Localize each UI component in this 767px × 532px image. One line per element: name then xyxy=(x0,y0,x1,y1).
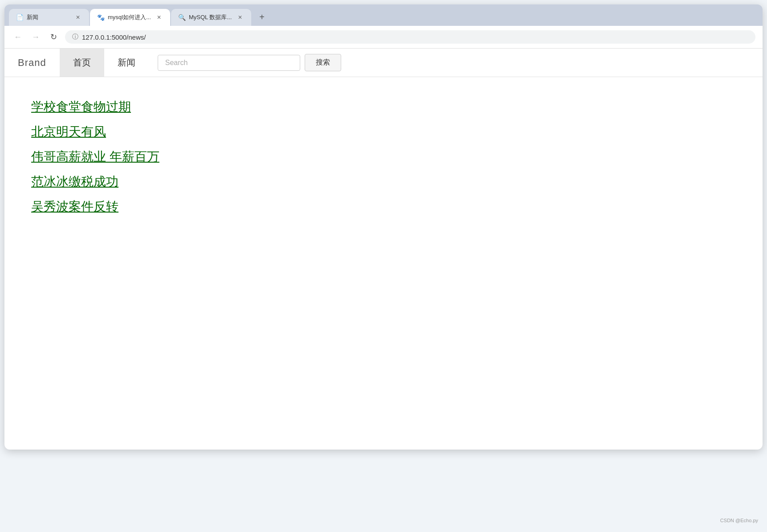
news-link-4[interactable]: 范冰冰缴税成功 xyxy=(31,175,118,188)
tab-2-title: mysql如何进入... xyxy=(108,13,151,21)
tab-1-title: 新闻 xyxy=(27,13,70,21)
nav-item-news[interactable]: 新闻 xyxy=(104,49,149,77)
forward-button[interactable]: → xyxy=(29,31,42,43)
list-item: 学校食堂食物过期 xyxy=(31,98,736,115)
tab-1-icon: 📄 xyxy=(16,14,23,21)
search-button[interactable]: 搜索 xyxy=(305,54,341,71)
url-text: 127.0.0.1:5000/news/ xyxy=(82,33,146,41)
list-item: 吴秀波案件反转 xyxy=(31,198,736,215)
nav-item-home[interactable]: 首页 xyxy=(60,49,104,77)
navbar-search: 搜索 xyxy=(158,54,341,71)
tab-bar: 📄 新闻 ✕ 🐾 mysql如何进入... ✕ 🔍 MySQL 数据库... ✕… xyxy=(4,4,763,26)
url-security-icon: ⓘ xyxy=(72,33,78,41)
new-tab-button[interactable]: + xyxy=(254,9,270,25)
news-list: 学校食堂食物过期 北京明天有风 伟哥高薪就业 年薪百万 范冰冰缴税成功 吴秀波案… xyxy=(4,77,763,237)
url-bar[interactable]: ⓘ 127.0.0.1:5000/news/ xyxy=(65,30,755,44)
back-button[interactable]: ← xyxy=(12,31,24,43)
list-item: 北京明天有风 xyxy=(31,123,736,140)
list-item: 伟哥高薪就业 年薪百万 xyxy=(31,148,736,165)
navbar: Brand 首页 新闻 搜索 xyxy=(4,49,763,77)
news-link-1[interactable]: 学校食堂食物过期 xyxy=(31,100,131,114)
browser-window: 📄 新闻 ✕ 🐾 mysql如何进入... ✕ 🔍 MySQL 数据库... ✕… xyxy=(4,4,763,450)
tab-3-icon: 🔍 xyxy=(178,14,185,21)
tab-1[interactable]: 📄 新闻 ✕ xyxy=(9,9,89,26)
news-link-5[interactable]: 吴秀波案件反转 xyxy=(31,200,118,213)
navbar-brand[interactable]: Brand xyxy=(4,57,60,69)
search-input[interactable] xyxy=(158,55,300,71)
navbar-nav: 首页 新闻 xyxy=(60,49,149,77)
refresh-button[interactable]: ↻ xyxy=(47,31,60,43)
address-bar: ← → ↻ ⓘ 127.0.0.1:5000/news/ xyxy=(4,26,763,49)
tab-3[interactable]: 🔍 MySQL 数据库... ✕ xyxy=(171,9,251,26)
tab-2-close[interactable]: ✕ xyxy=(155,13,163,21)
list-item: 范冰冰缴税成功 xyxy=(31,173,736,190)
tab-2[interactable]: 🐾 mysql如何进入... ✕ xyxy=(90,9,170,26)
page-content: Brand 首页 新闻 搜索 学校食堂食物过期 北京明天有风 伟哥高薪就业 年薪… xyxy=(4,49,763,450)
tab-3-close[interactable]: ✕ xyxy=(236,13,244,21)
news-link-3[interactable]: 伟哥高薪就业 年薪百万 xyxy=(31,150,159,164)
watermark: CSDN @Echo.py xyxy=(720,518,758,523)
news-link-2[interactable]: 北京明天有风 xyxy=(31,125,106,139)
tab-3-title: MySQL 数据库... xyxy=(189,13,233,21)
tab-2-icon: 🐾 xyxy=(97,14,104,21)
tab-1-close[interactable]: ✕ xyxy=(74,13,82,21)
